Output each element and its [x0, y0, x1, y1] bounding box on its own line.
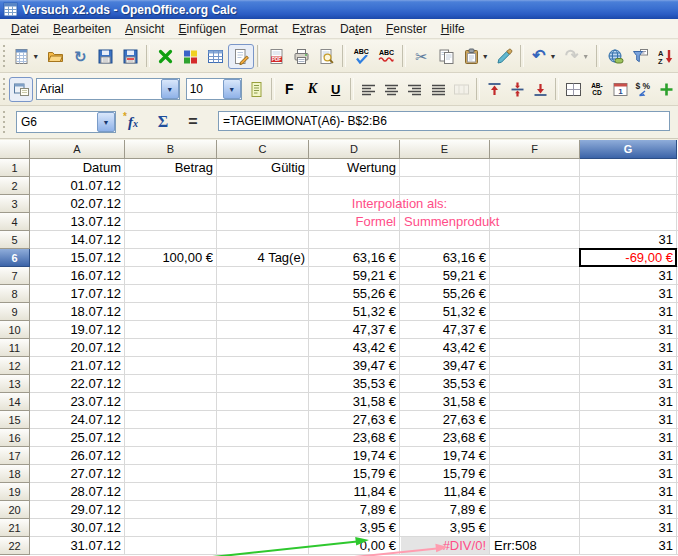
cell-G17[interactable]: 31 — [581, 447, 676, 464]
menu-format[interactable]: Format — [233, 20, 285, 38]
currency-format-button[interactable]: $% — [632, 77, 655, 102]
menu-hilfe[interactable]: Hilfe — [434, 20, 472, 38]
toolbar-grip[interactable] — [2, 45, 7, 67]
cell-A15[interactable]: 24.07.12 — [31, 411, 124, 428]
column-header-D[interactable]: D — [309, 140, 400, 159]
column-header-A[interactable]: A — [30, 140, 125, 159]
cell-A2[interactable]: 01.07.12 — [31, 177, 124, 194]
cell-G20[interactable]: 31 — [581, 501, 676, 518]
styles-window-button[interactable] — [9, 77, 32, 102]
name-box-dropdown-icon[interactable]: ▼ — [97, 112, 115, 132]
cell-D10[interactable]: 47,37 € — [310, 321, 399, 338]
function-icon[interactable]: = — [180, 110, 206, 134]
cell-A10[interactable]: 19.07.12 — [31, 321, 124, 338]
cell-A18[interactable]: 27.07.12 — [31, 465, 124, 482]
hyperlink-button[interactable] — [603, 44, 628, 69]
cell-E7[interactable]: 59,21 € — [401, 267, 489, 284]
cell-D14[interactable]: 31,58 € — [310, 393, 399, 410]
borders-button[interactable] — [562, 77, 585, 102]
print-button[interactable] — [289, 44, 314, 69]
row-header-20[interactable]: 20 — [0, 501, 30, 519]
row-header-13[interactable]: 13 — [0, 375, 30, 393]
ab-cd-format-button[interactable]: AB-CD — [585, 77, 608, 102]
edit-file-button[interactable] — [228, 44, 253, 69]
column-header-G[interactable]: G — [580, 140, 677, 159]
cell-E18[interactable]: 15,79 € — [401, 465, 489, 482]
cell-D17[interactable]: 19,74 € — [310, 447, 399, 464]
sort-ascending-button[interactable]: AZ — [653, 44, 678, 69]
cell-A13[interactable]: 22.07.12 — [31, 375, 124, 392]
function-wizard-icon[interactable]: fx* — [120, 110, 146, 134]
cell-A3[interactable]: 02.07.12 — [31, 195, 124, 212]
row-header-7[interactable]: 7 — [0, 267, 30, 285]
menu-datei[interactable]: Datei — [4, 20, 46, 38]
row-header-9[interactable]: 9 — [0, 303, 30, 321]
cell-G14[interactable]: 31 — [581, 393, 676, 410]
toolbar-grip[interactable] — [2, 78, 6, 100]
cell-D1[interactable]: Wertung — [310, 159, 399, 176]
cell-A21[interactable]: 30.07.12 — [31, 519, 124, 536]
cell-D13[interactable]: 35,53 € — [310, 375, 399, 392]
cell-G21[interactable]: 31 — [581, 519, 676, 536]
cell-D11[interactable]: 43,42 € — [310, 339, 399, 356]
note-button[interactable] — [245, 77, 268, 102]
export-pdf-button[interactable]: PDF — [263, 44, 288, 69]
cell-G9[interactable]: 31 — [581, 303, 676, 320]
cell-G19[interactable]: 31 — [581, 483, 676, 500]
cell-B1[interactable]: Betrag — [126, 159, 216, 176]
font-size-input[interactable] — [187, 81, 223, 97]
menu-extras[interactable]: Extras — [285, 20, 333, 38]
cell-A7[interactable]: 16.07.12 — [31, 267, 124, 284]
cell-E20[interactable]: 7,89 € — [401, 501, 489, 518]
row-header-21[interactable]: 21 — [0, 519, 30, 537]
row-header-17[interactable]: 17 — [0, 447, 30, 465]
row-header-12[interactable]: 12 — [0, 357, 30, 375]
row-header-22[interactable]: 22 — [0, 537, 30, 555]
font-name-dropdown-icon[interactable]: ▼ — [161, 79, 179, 99]
new-document-dropdown-icon[interactable]: ▼ — [32, 53, 40, 60]
cell-D20[interactable]: 7,89 € — [310, 501, 399, 518]
row-header-3[interactable]: 3 — [0, 195, 30, 213]
copy-button[interactable] — [434, 44, 459, 69]
cell-E13[interactable]: 35,53 € — [401, 375, 489, 392]
cell-G11[interactable]: 31 — [581, 339, 676, 356]
reload-button[interactable]: ↻ — [68, 44, 93, 69]
align-center-button[interactable] — [380, 77, 403, 102]
cell-E15[interactable]: 27,63 € — [401, 411, 489, 428]
row-header-6[interactable]: 6 — [0, 249, 30, 267]
sum-icon[interactable]: Σ — [150, 110, 176, 134]
cell-D6[interactable]: 63,16 € — [310, 249, 399, 266]
cell-A1[interactable]: Datum — [31, 159, 124, 176]
cell-A4[interactable]: 13.07.12 — [31, 213, 124, 230]
cell-G8[interactable]: 31 — [581, 285, 676, 302]
toolbar-grip[interactable] — [2, 111, 7, 133]
cell-E19[interactable]: 11,84 € — [401, 483, 489, 500]
row-header-14[interactable]: 14 — [0, 393, 30, 411]
cell-E22[interactable]: #DIV/0! — [401, 537, 489, 554]
cell-A14[interactable]: 23.07.12 — [31, 393, 124, 410]
save-button[interactable] — [93, 44, 118, 69]
cell-G22[interactable]: 31 — [581, 537, 676, 554]
formula-input[interactable] — [218, 111, 670, 131]
cell-E11[interactable]: 43,42 € — [401, 339, 489, 356]
cell-A17[interactable]: 26.07.12 — [31, 447, 124, 464]
row-header-10[interactable]: 10 — [0, 321, 30, 339]
cell-E6[interactable]: 63,16 € — [401, 249, 489, 266]
cell-D7[interactable]: 59,21 € — [310, 267, 399, 284]
cell-E14[interactable]: 31,58 € — [401, 393, 489, 410]
add-decimal-button[interactable] — [655, 77, 678, 102]
name-box[interactable] — [17, 115, 97, 129]
spellcheck-button[interactable]: ABC — [349, 44, 374, 69]
row-header-18[interactable]: 18 — [0, 465, 30, 483]
auto-spellcheck-button[interactable]: ABC — [374, 44, 399, 69]
font-name-combo[interactable]: ▼ — [36, 78, 180, 100]
cell-B6[interactable]: 100,00 € — [126, 249, 216, 266]
row-header-11[interactable]: 11 — [0, 339, 30, 357]
cell-A6[interactable]: 15.07.12 — [31, 249, 124, 266]
undo-button[interactable]: ↶▼ — [527, 44, 560, 69]
align-justify-button[interactable] — [427, 77, 450, 102]
menu-bearbeiten[interactable]: Bearbeiten — [46, 20, 118, 38]
bold-button[interactable]: F — [278, 77, 301, 102]
cell-D12[interactable]: 39,47 € — [310, 357, 399, 374]
cell-E21[interactable]: 3,95 € — [401, 519, 489, 536]
